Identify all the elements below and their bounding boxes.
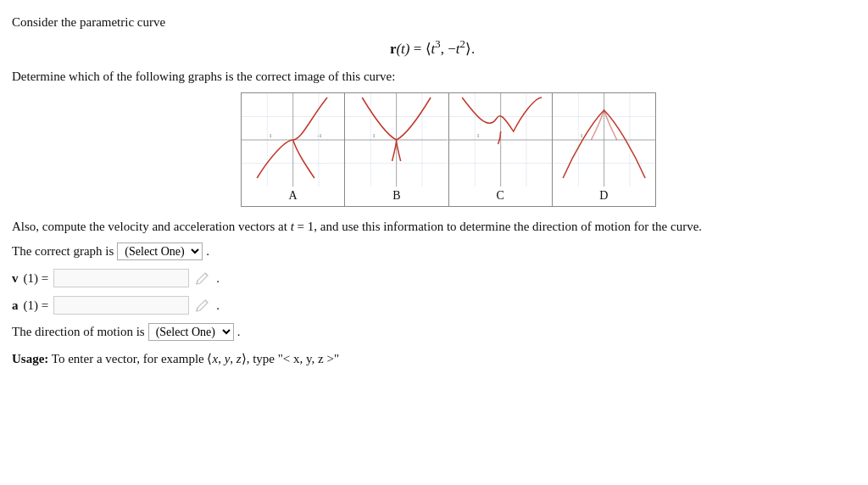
correct-graph-line: The correct graph is (Select One) A B C … <box>12 242 853 260</box>
a1-row: a(1) = . <box>12 296 853 315</box>
graph-area-b: 1 <box>345 93 448 187</box>
graph-area-a: 1 -1 <box>242 93 344 187</box>
formula-display: r(t) = ⟨t3, −t2⟩. <box>12 38 853 58</box>
correct-graph-label: The correct graph is <box>12 244 114 259</box>
a1-paren: (1) = <box>24 298 49 313</box>
graph-label-a: A <box>289 187 298 206</box>
v1-pencil-icon[interactable] <box>194 270 211 287</box>
v1-paren: (1) = <box>24 271 49 286</box>
svg-line-41 <box>205 300 208 303</box>
direction-select[interactable]: (Select One) Left Right Up Down <box>148 323 234 341</box>
a1-input[interactable] <box>53 296 189 315</box>
intro-text: Consider the parametric curve <box>12 15 853 30</box>
graph-area-c: 1 <box>449 93 552 187</box>
graph-label-c: C <box>496 187 504 206</box>
v1-label: v <box>12 271 19 286</box>
v1-input[interactable] <box>53 269 189 287</box>
svg-line-38 <box>205 273 208 276</box>
graph-label-d: D <box>599 187 608 206</box>
v1-row: v(1) = . <box>12 269 853 287</box>
also-text: Also, compute the velocity and accelerat… <box>12 217 853 237</box>
svg-marker-40 <box>197 300 208 311</box>
usage-label: Usage: <box>12 352 48 365</box>
graph-cell-d: 1 D <box>553 93 655 206</box>
graph-cell-a: 1 -1 A <box>242 93 345 206</box>
usage-text: Usage: To enter a vector, for example ⟨x… <box>12 351 853 366</box>
graph-cell-b: 1 B <box>345 93 448 206</box>
determine-text: Determine which of the following graphs … <box>12 70 853 84</box>
graph-label-b: B <box>392 187 400 206</box>
correct-graph-select[interactable]: (Select One) A B C D <box>117 242 203 260</box>
graph-cell-c: 1 C <box>449 93 553 206</box>
svg-text:1: 1 <box>373 132 376 139</box>
direction-label: The direction of motion is <box>12 325 145 339</box>
graphs-container: 1 -1 A 1 <box>241 92 656 207</box>
svg-text:-1: -1 <box>317 132 322 139</box>
a1-label: a <box>12 298 19 313</box>
svg-text:1: 1 <box>476 132 480 139</box>
a1-pencil-icon[interactable] <box>194 297 211 314</box>
svg-marker-37 <box>197 273 208 284</box>
svg-text:1: 1 <box>269 132 272 139</box>
direction-line: The direction of motion is (Select One) … <box>12 323 853 341</box>
graph-area-d: 1 <box>553 93 655 187</box>
